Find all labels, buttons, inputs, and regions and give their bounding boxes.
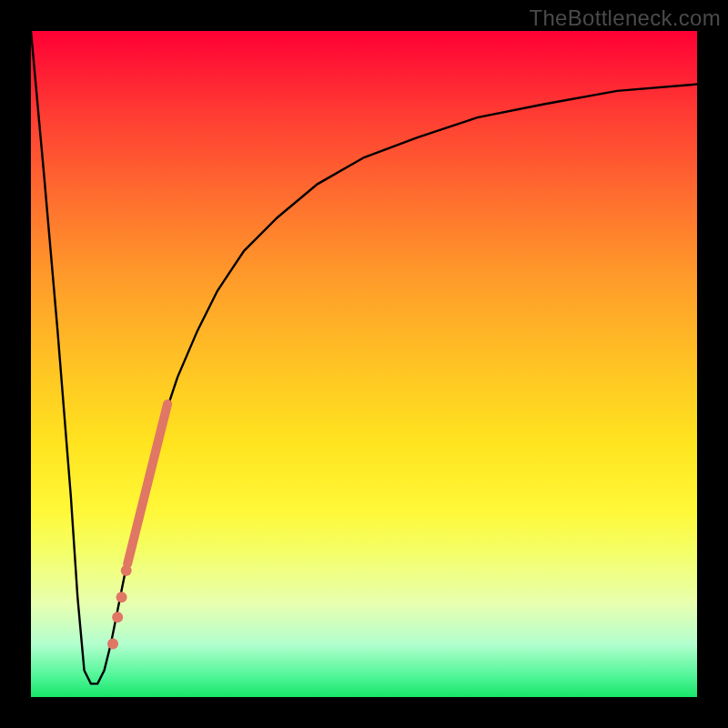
highlight-dot (116, 592, 127, 602)
highlight-dot (112, 612, 123, 622)
highlight-dot (107, 638, 118, 649)
watermark-text: TheBottleneck.com (529, 5, 721, 31)
chart-frame: TheBottleneck.com (0, 0, 728, 728)
chart-svg (31, 31, 697, 697)
highlight-stroke (127, 404, 167, 564)
highlight-dot (121, 565, 132, 576)
bottleneck-curve (31, 31, 697, 683)
plot-area (31, 31, 697, 697)
